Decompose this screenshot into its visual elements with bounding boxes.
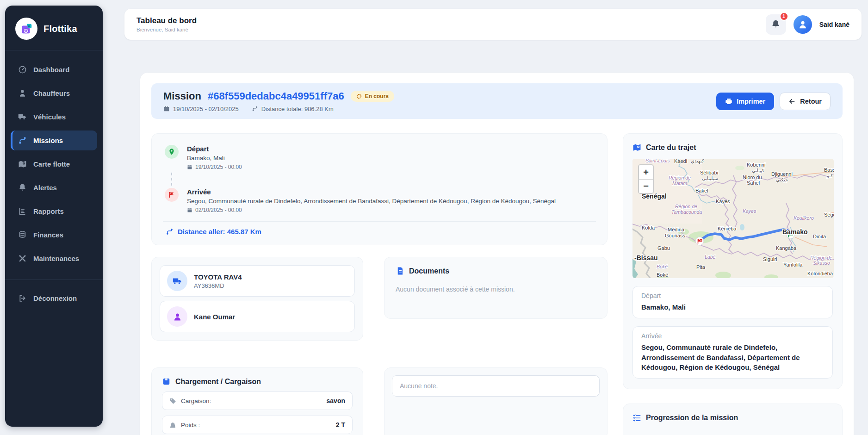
sidebar-item-label: Finances — [33, 231, 63, 239]
calendar-icon — [187, 207, 192, 213]
cargo-row-poids: Poids : 2 T — [162, 416, 353, 434]
map-label: Kaedi — [674, 159, 687, 164]
map-label: Kobenni — [747, 162, 765, 168]
map-label: Gabu — [657, 245, 670, 251]
document-icon — [396, 267, 404, 275]
route-map-card: Carte du trajet — [623, 133, 843, 389]
mission-id: #68f559dedabc4a49951ff7a6 — [208, 90, 344, 102]
depart-place: Bamako, Mali — [187, 155, 242, 162]
map-depart-value: Bamako, Mali — [641, 302, 824, 312]
box-icon — [162, 377, 171, 386]
documents-empty-text: Aucun document associé à cette mission. — [396, 286, 596, 293]
route-map-svg: Saint-LouisKaediكيهيديKobenniكوبانيSélib… — [632, 159, 834, 278]
notifications-button[interactable]: 1 — [766, 14, 786, 35]
zoom-in-button[interactable]: + — [639, 165, 653, 179]
documents-title: Documents — [409, 267, 449, 275]
sidebar-item-label: Chauffeurs — [33, 89, 70, 97]
depart-row: Départ Bamako, Mali 19/10/2025 - 00:00 — [165, 145, 594, 170]
mission-total-distance: Distance totale: 986.28 Km — [252, 106, 334, 112]
timeline-connector — [171, 173, 594, 186]
map-label: Boké — [657, 264, 668, 269]
route-icon — [252, 106, 258, 112]
map-depart-label: Départ — [641, 292, 824, 299]
sidebar-item-vehicules[interactable]: Véhicules — [11, 107, 97, 127]
sidebar-item-carte-flotte[interactable]: Carte flotte — [11, 154, 97, 174]
sidebar-item-rapports[interactable]: Rapports — [11, 201, 97, 221]
sidebar-item-label: Alertes — [33, 184, 57, 192]
map-label: Koulikoro — [794, 215, 814, 221]
map-label: كوباني — [752, 168, 764, 174]
documents-card: Documents Aucun document associé à cette… — [384, 257, 608, 319]
calendar-icon — [163, 106, 170, 112]
zoom-out-button[interactable]: − — [639, 179, 653, 193]
sidebar-item-deconnexion[interactable]: Déconnexion — [11, 288, 97, 308]
arrow-left-icon — [788, 98, 796, 105]
map-label: Dioïla — [813, 234, 826, 239]
notes-card — [384, 367, 608, 435]
back-button[interactable]: Retour — [780, 93, 831, 110]
map-label: كنو — [826, 173, 833, 178]
pin-icon — [165, 145, 179, 159]
calendar-icon — [187, 164, 192, 170]
map-arrivee-label: Arrivée — [641, 332, 824, 340]
map-label: Matam — [672, 180, 687, 186]
vehicle-item: TOYOTA RAV4 AY3636MD — [160, 265, 355, 297]
cargo-card: Chargement / Cargaison Cargaison: savon … — [151, 367, 363, 435]
route-map[interactable]: Saint-LouisKaediكيهيديKobenniكوبانيSélib… — [632, 159, 834, 278]
sidebar-divider — [5, 50, 103, 50]
sidebar-item-label: Missions — [33, 137, 63, 144]
map-label: Kolda — [642, 225, 655, 230]
map-label: Yanfolila — [783, 262, 803, 267]
note-input[interactable] — [392, 375, 600, 397]
map-arrivee-card: Arrivée Segou, Communauté rurale de Dind… — [632, 326, 833, 379]
mission-title: Mission — [163, 90, 201, 102]
map-label: Pita — [696, 264, 706, 270]
map-label: Bakel — [695, 188, 708, 193]
cargo-value: savon — [327, 397, 345, 404]
map-label: Ségou — [824, 212, 834, 218]
map-label: سيليبابي — [702, 176, 718, 181]
bell-icon — [18, 183, 27, 192]
map-label: Djiguenni — [771, 171, 793, 177]
tag-icon — [169, 398, 176, 404]
avatar[interactable] — [794, 15, 812, 34]
sidebar-item-label: Véhicules — [33, 113, 66, 121]
cargo-title: Chargement / Cargaison — [175, 378, 261, 386]
vehicle-plate: AY3636MD — [194, 282, 242, 289]
notification-badge: 1 — [780, 12, 788, 21]
finish-flag-icon — [165, 188, 179, 202]
map-label: Kayes — [716, 199, 730, 204]
map-title: Carte du trajet — [646, 143, 696, 152]
sidebar-item-chauffeurs[interactable]: Chauffeurs — [11, 83, 97, 103]
weight-icon — [169, 422, 176, 429]
sidebar-item-missions[interactable]: Missions — [11, 130, 97, 150]
report-icon — [18, 207, 27, 216]
map-label: Kayes — [743, 208, 756, 214]
distance-aller: Distance aller: 465.87 Km — [165, 222, 594, 238]
brand-logo-icon — [15, 18, 37, 40]
sidebar-item-dashboard[interactable]: Dashboard — [11, 60, 97, 80]
map-label: كيهيدي — [691, 159, 704, 164]
map-depart-card: Départ Bamako, Mali — [632, 286, 833, 318]
page-title: Tableau de bord — [136, 16, 197, 25]
sidebar-item-alertes[interactable]: Alertes — [11, 178, 97, 198]
sidebar-item-maintenances[interactable]: Maintenances — [11, 249, 97, 268]
printer-icon — [725, 98, 732, 105]
sidebar: Flottika Dashboard Chauffeurs Véhicules … — [5, 6, 103, 427]
map-label: Kéniéba — [718, 226, 737, 231]
map-label: Siguiri — [763, 256, 777, 262]
sidebar-item-label: Rapports — [33, 207, 64, 215]
sidebar-item-finances[interactable]: Finances — [11, 225, 97, 245]
sidebar-item-label: Déconnexion — [33, 294, 77, 302]
map-marker-arrivee — [695, 237, 704, 245]
sidebar-item-label: Maintenances — [33, 255, 79, 262]
route-icon — [18, 136, 27, 145]
print-button[interactable]: Imprimer — [716, 93, 774, 110]
brand-name: Flottika — [43, 24, 77, 34]
arrivee-label: Arrivée — [187, 188, 556, 196]
arrivee-place: Segou, Communauté rurale de Dindefelo, A… — [187, 198, 556, 205]
top-header: Tableau de bord Bienvenue, Said kané 1 S… — [124, 9, 862, 40]
fleet-map-icon — [18, 160, 27, 168]
coins-icon — [18, 230, 27, 239]
itinerary-card: Départ Bamako, Mali 19/10/2025 - 00:00 — [151, 133, 608, 245]
